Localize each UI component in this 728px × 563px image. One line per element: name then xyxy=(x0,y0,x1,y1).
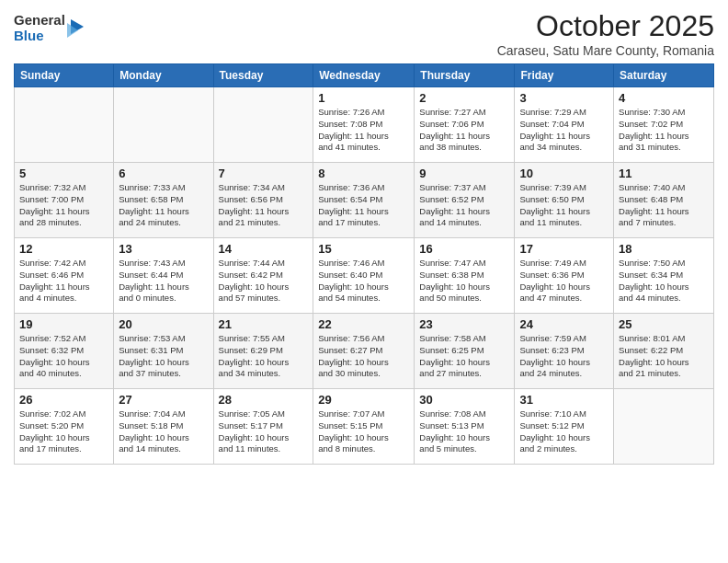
calendar-cell: 28Sunrise: 7:05 AM Sunset: 5:17 PM Dayli… xyxy=(213,389,313,465)
day-info: Sunrise: 7:36 AM Sunset: 6:54 PM Dayligh… xyxy=(318,182,409,229)
day-info: Sunrise: 7:50 AM Sunset: 6:34 PM Dayligh… xyxy=(619,258,709,304)
calendar-cell: 8Sunrise: 7:36 AM Sunset: 6:54 PM Daylig… xyxy=(313,163,415,238)
day-number: 29 xyxy=(318,393,409,407)
logo: General Blue xyxy=(14,13,85,43)
calendar-cell: 9Sunrise: 7:37 AM Sunset: 6:52 PM Daylig… xyxy=(415,163,515,238)
calendar: SundayMondayTuesdayWednesdayThursdayFrid… xyxy=(14,63,714,465)
day-number: 20 xyxy=(119,317,208,331)
calendar-cell: 26Sunrise: 7:02 AM Sunset: 5:20 PM Dayli… xyxy=(15,389,114,465)
day-number: 2 xyxy=(419,91,509,105)
calendar-cell: 17Sunrise: 7:49 AM Sunset: 6:36 PM Dayli… xyxy=(515,238,614,314)
logo-blue-text: Blue xyxy=(14,29,65,44)
calendar-cell: 18Sunrise: 7:50 AM Sunset: 6:34 PM Dayli… xyxy=(614,238,714,314)
title-section: October 2025 Caraseu, Satu Mare County, … xyxy=(497,9,714,58)
day-number: 19 xyxy=(19,317,108,331)
day-number: 30 xyxy=(419,393,509,407)
calendar-cell: 13Sunrise: 7:43 AM Sunset: 6:44 PM Dayli… xyxy=(114,238,213,314)
calendar-cell: 2Sunrise: 7:27 AM Sunset: 7:06 PM Daylig… xyxy=(415,87,515,163)
day-info: Sunrise: 7:58 AM Sunset: 6:25 PM Dayligh… xyxy=(419,333,509,380)
day-number: 12 xyxy=(19,242,108,256)
calendar-cell: 1Sunrise: 7:26 AM Sunset: 7:08 PM Daylig… xyxy=(313,87,415,163)
day-info: Sunrise: 7:33 AM Sunset: 6:58 PM Dayligh… xyxy=(119,182,208,229)
day-number: 7 xyxy=(219,167,309,180)
day-number: 25 xyxy=(619,317,709,331)
calendar-cell: 14Sunrise: 7:44 AM Sunset: 6:42 PM Dayli… xyxy=(213,238,313,314)
calendar-cell: 16Sunrise: 7:47 AM Sunset: 6:38 PM Dayli… xyxy=(415,238,515,314)
day-info: Sunrise: 7:39 AM Sunset: 6:50 PM Dayligh… xyxy=(519,182,609,229)
calendar-header-tuesday: Tuesday xyxy=(213,64,313,87)
calendar-cell: 15Sunrise: 7:46 AM Sunset: 6:40 PM Dayli… xyxy=(313,238,415,314)
calendar-header-wednesday: Wednesday xyxy=(313,64,415,87)
calendar-cell: 6Sunrise: 7:33 AM Sunset: 6:58 PM Daylig… xyxy=(114,163,213,238)
calendar-cell: 30Sunrise: 7:08 AM Sunset: 5:13 PM Dayli… xyxy=(415,389,515,465)
day-info: Sunrise: 7:02 AM Sunset: 5:20 PM Dayligh… xyxy=(19,408,108,455)
day-number: 31 xyxy=(519,393,609,407)
day-info: Sunrise: 8:01 AM Sunset: 6:22 PM Dayligh… xyxy=(619,333,709,380)
day-info: Sunrise: 7:10 AM Sunset: 5:12 PM Dayligh… xyxy=(519,408,609,455)
day-info: Sunrise: 7:37 AM Sunset: 6:52 PM Dayligh… xyxy=(419,182,509,229)
calendar-cell xyxy=(213,87,313,163)
day-info: Sunrise: 7:56 AM Sunset: 6:27 PM Dayligh… xyxy=(318,333,409,380)
day-info: Sunrise: 7:46 AM Sunset: 6:40 PM Dayligh… xyxy=(318,258,409,304)
calendar-cell xyxy=(15,87,114,163)
calendar-cell: 4Sunrise: 7:30 AM Sunset: 7:02 PM Daylig… xyxy=(614,87,714,163)
calendar-header-sunday: Sunday xyxy=(15,64,114,87)
calendar-week-2: 5Sunrise: 7:32 AM Sunset: 7:00 PM Daylig… xyxy=(15,163,714,238)
day-info: Sunrise: 7:40 AM Sunset: 6:48 PM Dayligh… xyxy=(619,182,709,229)
day-info: Sunrise: 7:05 AM Sunset: 5:17 PM Dayligh… xyxy=(219,408,309,455)
calendar-cell: 11Sunrise: 7:40 AM Sunset: 6:48 PM Dayli… xyxy=(614,163,714,238)
logo-icon xyxy=(67,17,85,40)
day-number: 3 xyxy=(519,91,609,105)
day-info: Sunrise: 7:08 AM Sunset: 5:13 PM Dayligh… xyxy=(419,408,509,455)
day-info: Sunrise: 7:07 AM Sunset: 5:15 PM Dayligh… xyxy=(318,408,409,455)
day-info: Sunrise: 7:32 AM Sunset: 7:00 PM Dayligh… xyxy=(19,182,108,229)
day-info: Sunrise: 7:59 AM Sunset: 6:23 PM Dayligh… xyxy=(519,333,609,380)
calendar-header-monday: Monday xyxy=(114,64,213,87)
day-number: 24 xyxy=(519,317,609,331)
day-number: 17 xyxy=(519,242,609,256)
day-info: Sunrise: 7:55 AM Sunset: 6:29 PM Dayligh… xyxy=(219,333,309,380)
calendar-cell: 23Sunrise: 7:58 AM Sunset: 6:25 PM Dayli… xyxy=(415,314,515,389)
calendar-cell: 24Sunrise: 7:59 AM Sunset: 6:23 PM Dayli… xyxy=(515,314,614,389)
day-number: 5 xyxy=(19,167,108,180)
calendar-cell: 20Sunrise: 7:53 AM Sunset: 6:31 PM Dayli… xyxy=(114,314,213,389)
day-info: Sunrise: 7:30 AM Sunset: 7:02 PM Dayligh… xyxy=(619,107,709,154)
page-container: General Blue October 2025 Caraseu, Satu … xyxy=(0,0,728,474)
calendar-week-4: 19Sunrise: 7:52 AM Sunset: 6:32 PM Dayli… xyxy=(15,314,714,389)
day-number: 26 xyxy=(19,393,108,407)
day-info: Sunrise: 7:44 AM Sunset: 6:42 PM Dayligh… xyxy=(219,258,309,304)
calendar-week-1: 1Sunrise: 7:26 AM Sunset: 7:08 PM Daylig… xyxy=(15,87,714,163)
calendar-cell: 22Sunrise: 7:56 AM Sunset: 6:27 PM Dayli… xyxy=(313,314,415,389)
header: General Blue October 2025 Caraseu, Satu … xyxy=(14,9,714,58)
calendar-cell: 25Sunrise: 8:01 AM Sunset: 6:22 PM Dayli… xyxy=(614,314,714,389)
day-info: Sunrise: 7:42 AM Sunset: 6:46 PM Dayligh… xyxy=(19,258,108,304)
day-info: Sunrise: 7:29 AM Sunset: 7:04 PM Dayligh… xyxy=(519,107,609,154)
logo-general-text: General xyxy=(14,13,65,29)
calendar-header-thursday: Thursday xyxy=(415,64,515,87)
calendar-cell xyxy=(114,87,213,163)
day-info: Sunrise: 7:47 AM Sunset: 6:38 PM Dayligh… xyxy=(419,258,509,304)
day-number: 6 xyxy=(119,167,208,180)
calendar-cell: 19Sunrise: 7:52 AM Sunset: 6:32 PM Dayli… xyxy=(15,314,114,389)
day-info: Sunrise: 7:04 AM Sunset: 5:18 PM Dayligh… xyxy=(119,408,208,455)
day-number: 13 xyxy=(119,242,208,256)
month-title: October 2025 xyxy=(497,9,714,43)
day-number: 27 xyxy=(119,393,208,407)
day-info: Sunrise: 7:53 AM Sunset: 6:31 PM Dayligh… xyxy=(119,333,208,380)
day-info: Sunrise: 7:49 AM Sunset: 6:36 PM Dayligh… xyxy=(519,258,609,304)
day-info: Sunrise: 7:34 AM Sunset: 6:56 PM Dayligh… xyxy=(219,182,309,229)
calendar-header-row: SundayMondayTuesdayWednesdayThursdayFrid… xyxy=(15,64,714,87)
day-number: 4 xyxy=(619,91,709,105)
calendar-cell: 3Sunrise: 7:29 AM Sunset: 7:04 PM Daylig… xyxy=(515,87,614,163)
day-info: Sunrise: 7:27 AM Sunset: 7:06 PM Dayligh… xyxy=(419,107,509,154)
day-number: 28 xyxy=(219,393,309,407)
calendar-week-5: 26Sunrise: 7:02 AM Sunset: 5:20 PM Dayli… xyxy=(15,389,714,465)
day-number: 11 xyxy=(619,167,709,180)
day-number: 18 xyxy=(619,242,709,256)
calendar-cell xyxy=(614,389,714,465)
calendar-cell: 7Sunrise: 7:34 AM Sunset: 6:56 PM Daylig… xyxy=(213,163,313,238)
day-number: 10 xyxy=(519,167,609,180)
calendar-week-3: 12Sunrise: 7:42 AM Sunset: 6:46 PM Dayli… xyxy=(15,238,714,314)
day-number: 8 xyxy=(318,167,409,180)
day-number: 1 xyxy=(318,91,409,105)
